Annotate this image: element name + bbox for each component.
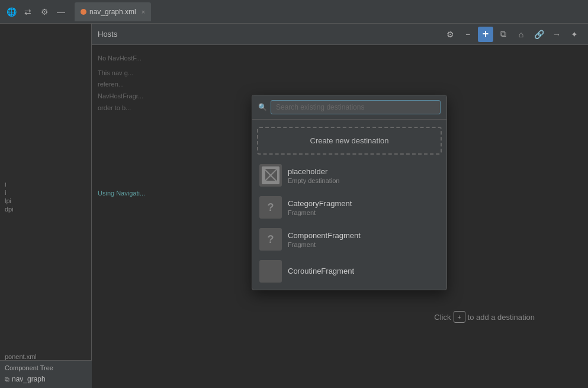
component-thumbnail: ? (259, 228, 282, 251)
placeholder-icon (259, 164, 282, 187)
file-item-lpi[interactable]: lpi (5, 197, 14, 205)
split-icon[interactable]: ⇄ (21, 5, 34, 18)
search-box: 🔍 (252, 95, 446, 120)
category-type: Fragment (288, 209, 352, 216)
category-info: CategoryFragment Fragment (288, 199, 352, 216)
svg-line-1 (262, 167, 279, 184)
main-layout: i i lpi dpi ponent.xml .xml .xml .xml Co… (0, 24, 588, 388)
toolbar-label: Hosts (98, 30, 117, 39)
tab-nav-graph[interactable]: nav_graph.xml × (75, 2, 151, 21)
placeholder-info: placeholder Empty destination (288, 167, 339, 184)
coroutine-name: CoroutineFragment (288, 267, 354, 275)
globe-icon[interactable]: 🌐 (5, 5, 18, 18)
destination-item-component-fragment[interactable]: ? ComponentFragment Fragment (252, 223, 446, 255)
create-new-destination-item[interactable]: Create new destination (257, 127, 442, 155)
create-new-label: Create new destination (310, 136, 389, 145)
placeholder-type: Empty destination (288, 177, 339, 184)
component-tree: Component Tree ⧉ nav_graph (0, 360, 92, 388)
minimize-icon[interactable]: — (54, 5, 68, 18)
placeholder-thumbnail (259, 164, 282, 187)
no-nav-host-text: No NavHostF... (98, 53, 588, 64)
file-ponent-xml[interactable]: ponent.xml (5, 352, 86, 361)
category-thumbnail: ? (259, 196, 282, 219)
arrow-button[interactable]: → (549, 27, 564, 42)
add-dest-hint-icon: + (454, 311, 465, 323)
tab-icon (81, 9, 86, 15)
destination-list: Create new destination placeholder (252, 120, 446, 290)
settings-button[interactable]: ⚙ (442, 27, 458, 42)
svg-rect-0 (262, 167, 279, 184)
component-type: Fragment (288, 241, 361, 248)
category-name: CategoryFragment (288, 199, 352, 208)
coroutine-info: CoroutineFragment (288, 267, 354, 277)
tab-label: nav_graph.xml (89, 8, 136, 16)
add-dest-button[interactable]: + (478, 27, 493, 42)
svg-line-2 (262, 167, 279, 184)
click-hint: Click + to add a destination (434, 311, 535, 323)
top-bar: 🌐 ⇄ ⚙ — nav_graph.xml × (0, 0, 588, 24)
dropdown-overlay: 🔍 Create new destination (252, 95, 447, 290)
gear-icon[interactable]: ⚙ (38, 5, 51, 18)
nav-link[interactable]: Using Navigati... (98, 190, 145, 197)
copy-button[interactable]: ⧉ (496, 27, 511, 42)
content-area: Hosts ⚙ − + ⧉ ⌂ 🔗 → ✦ No NavHostF... Thi… (92, 24, 588, 388)
component-info: ComponentFragment Fragment (288, 231, 361, 248)
click-hint-prefix: Click (434, 313, 451, 322)
destination-item-coroutine-fragment[interactable]: CoroutineFragment (252, 255, 446, 287)
component-name: ComponentFragment (288, 231, 361, 240)
link-button[interactable]: 🔗 (531, 27, 547, 42)
placeholder-name: placeholder (288, 167, 339, 176)
component-tree-title: Component Tree (5, 364, 87, 371)
click-hint-suffix: to add a destination (468, 313, 535, 322)
file-list: i i lpi dpi (0, 178, 18, 216)
destination-item-placeholder[interactable]: placeholder Empty destination (252, 159, 446, 191)
home-button[interactable]: ⌂ (513, 27, 529, 42)
minus-button[interactable]: − (460, 27, 475, 42)
search-icon: 🔍 (258, 103, 267, 111)
destination-item-category-fragment[interactable]: ? CategoryFragment Fragment (252, 191, 446, 223)
file-item-dpi[interactable]: dpi (5, 205, 14, 213)
sidebar: i i lpi dpi ponent.xml .xml .xml .xml Co… (0, 24, 92, 388)
file-item-i1[interactable]: i (5, 180, 14, 188)
component-copy-icon: ⧉ (5, 376, 9, 383)
toolbar: Hosts ⚙ − + ⧉ ⌂ 🔗 → ✦ (92, 24, 588, 45)
sidebar-panel: i i lpi dpi (0, 24, 91, 350)
file-item-i2[interactable]: i (5, 188, 14, 197)
component-tree-item-label: nav_graph (12, 375, 46, 383)
component-tree-item[interactable]: ⧉ nav_graph (5, 374, 87, 384)
auto-button[interactable]: ✦ (567, 27, 582, 42)
tab-close-button[interactable]: × (142, 8, 145, 15)
search-input[interactable] (271, 100, 441, 114)
coroutine-thumbnail (259, 260, 282, 283)
